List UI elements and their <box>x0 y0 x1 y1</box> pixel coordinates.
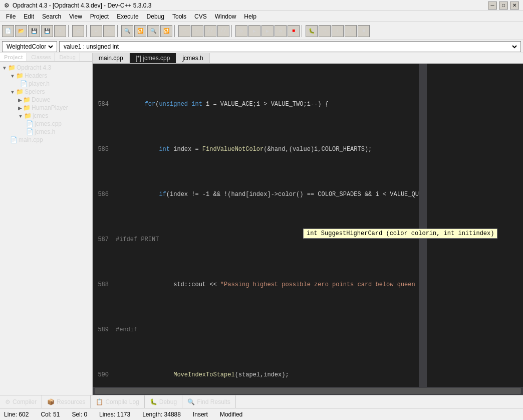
toolbar-sep-3 <box>117 25 119 37</box>
headers-folder-icon: 📁 <box>16 72 24 79</box>
menu-project[interactable]: Project <box>86 12 113 21</box>
tree-jcmes-label: jcmes <box>33 112 48 119</box>
file-icon: 📄 <box>20 80 28 87</box>
tree-node-jcmescpp[interactable]: 📄 jcmes.cpp <box>2 120 90 128</box>
debug-stop-button[interactable]: ■ <box>358 25 370 37</box>
line-code-584: for(unsigned int i = VALUE_ACE;i > VALUE… <box>114 100 419 109</box>
compile-button[interactable]: ⚙ <box>235 25 247 37</box>
find2-button[interactable]: 🔍 <box>147 25 159 37</box>
debug-out-button[interactable]: ↑ <box>345 25 357 37</box>
sidebar-tab-classes[interactable]: Classes <box>27 53 55 61</box>
toolbar-sep-4 <box>174 25 176 37</box>
comment-button[interactable]: // <box>204 25 216 37</box>
bottom-tab-findresults[interactable]: 🔍 Find Results <box>182 395 236 408</box>
titlebar-controls: ─ □ ✕ <box>488 2 519 10</box>
replace2-button[interactable]: 🔁 <box>160 25 172 37</box>
line-num-590: 590 <box>93 370 112 379</box>
maximize-button[interactable]: □ <box>499 2 508 10</box>
line-num-584: 584 <box>93 100 112 109</box>
line-num-589: 589 <box>93 325 112 334</box>
bottom-tab-debug-label: Debug <box>159 398 177 405</box>
line-num-585: 585 <box>93 145 112 154</box>
tree-node-douwe[interactable]: ▶ 📁 Douwe <box>2 96 90 104</box>
method-select[interactable]: value1 : unsigned int <box>62 43 518 51</box>
method-dropdown[interactable]: value1 : unsigned int <box>59 41 521 52</box>
redo-button[interactable]: ↪ <box>103 25 115 37</box>
menu-file[interactable]: File <box>2 12 20 21</box>
close-button[interactable]: ✕ <box>510 2 519 10</box>
tree-node-jcmes[interactable]: ▼ 📁 jcmes <box>2 112 90 120</box>
debug-run-button[interactable]: 🐛 <box>306 25 318 37</box>
debug-icon: 🐛 <box>150 398 157 405</box>
tree-node-maincpp[interactable]: 📄 main.cpp <box>2 136 90 144</box>
tree-node-headers[interactable]: ▼ 📁 Headers <box>2 72 90 80</box>
line-code-585: int index = FindValueNotColor(&hand,(val… <box>114 145 419 154</box>
expand-spelers-icon: ▼ <box>10 89 15 95</box>
open-button[interactable]: 📂 <box>15 25 27 37</box>
rebuild-button[interactable]: ♻ <box>275 25 287 37</box>
autocomplete-text: int SuggestHigherCard (color colorin, in… <box>307 230 494 237</box>
status-mode: Insert <box>193 411 208 418</box>
line-code-589: #endif <box>114 325 419 334</box>
titlebar: ⚙ Opdracht 4.3 - [Opdracht 4.3.dev] - De… <box>0 0 523 11</box>
close-file-button[interactable]: ✕ <box>54 25 66 37</box>
menu-window[interactable]: Window <box>211 12 240 21</box>
class-select[interactable]: WeightedColor <box>5 43 55 51</box>
undo-button[interactable]: ↩ <box>90 25 102 37</box>
bottom-tab-resources-label: Resources <box>57 398 85 405</box>
bottom-panel: ⚙ Compiler 📦 Resources 📋 Compile Log 🐛 D… <box>0 395 523 408</box>
expand-hp-icon: ▶ <box>18 105 22 111</box>
menu-search[interactable]: Search <box>38 12 65 21</box>
tab-jcmescpp[interactable]: [*] jcmes.cpp <box>130 53 177 63</box>
menu-tools[interactable]: Tools <box>168 12 190 21</box>
class-dropdown[interactable]: WeightedColor <box>2 41 57 52</box>
minimize-button[interactable]: ─ <box>488 2 497 10</box>
toolbar-sep-2 <box>86 25 88 37</box>
tree-node-jcmesh[interactable]: 📄 jcmes.h <box>2 128 90 136</box>
code-line-585: 585 int index = FindValueNotColor(&hand,… <box>93 145 419 154</box>
bottom-tab-compiler[interactable]: ⚙ Compiler <box>0 395 42 408</box>
tab-jcmesh[interactable]: jcmes.h <box>176 53 209 63</box>
replace-button[interactable]: 🔁 <box>134 25 146 37</box>
unindent-button[interactable]: ← <box>191 25 203 37</box>
bottom-tab-debug[interactable]: 🐛 Debug <box>145 395 182 408</box>
project-tree: ▼ 📁 Opdracht 4.3 ▼ 📁 Headers 📄 player.h … <box>0 62 92 146</box>
new-button[interactable]: 📄 <box>2 25 14 37</box>
sidebar-tab-project[interactable]: Project <box>0 53 27 61</box>
sidebar-tab-debug[interactable]: Debug <box>55 53 80 61</box>
indent-button[interactable]: → <box>178 25 190 37</box>
run-button[interactable]: ▶ <box>248 25 260 37</box>
bottom-tab-compilelog[interactable]: 📋 Compile Log <box>91 395 144 408</box>
save-button[interactable]: 💾 <box>28 25 40 37</box>
uncomment-button[interactable]: // <box>217 25 229 37</box>
compile-run-button[interactable]: ▶ <box>262 25 274 37</box>
menu-edit[interactable]: Edit <box>20 12 38 21</box>
tree-headers-label: Headers <box>25 72 47 79</box>
debug-step-button[interactable]: → <box>319 25 331 37</box>
file-maincpp-icon: 📄 <box>10 136 18 143</box>
tree-root[interactable]: ▼ 📁 Opdracht 4.3 <box>2 64 90 72</box>
tree-node-playerh[interactable]: 📄 player.h <box>2 80 90 88</box>
line-code-590: MoveIndexToStapel(stapel,index); <box>114 370 419 379</box>
bottom-tab-compiler-label: Compiler <box>13 398 37 405</box>
menu-debug[interactable]: Debug <box>143 12 168 21</box>
menu-view[interactable]: View <box>65 12 86 21</box>
menu-help[interactable]: Help <box>240 12 260 21</box>
bottom-tab-resources[interactable]: 📦 Resources <box>42 395 91 408</box>
debug-into-button[interactable]: ↓ <box>332 25 344 37</box>
find-button[interactable]: 🔍 <box>121 25 133 37</box>
stop-button[interactable]: ■ <box>288 25 300 37</box>
toolbar-sep-6 <box>302 25 304 37</box>
save-all-button[interactable]: 💾 <box>41 25 53 37</box>
spelers-folder-icon: 📁 <box>16 88 24 95</box>
vertical-scrollbar[interactable] <box>419 64 427 387</box>
print-button[interactable]: 🖨 <box>72 25 84 37</box>
tree-node-humanplayer[interactable]: ▶ 📁 HumanPlayer <box>2 104 90 112</box>
code-container[interactable]: 584 for(unsigned int i = VALUE_ACE;i > V… <box>93 64 523 387</box>
tab-maincpp[interactable]: main.cpp <box>93 53 130 63</box>
tree-node-spelers[interactable]: ▼ 📁 Spelers <box>2 88 90 96</box>
horizontal-scrollbar[interactable] <box>93 387 523 395</box>
main-area: Project Classes Debug ▼ 📁 Opdracht 4.3 ▼… <box>0 53 523 395</box>
menu-execute[interactable]: Execute <box>113 12 142 21</box>
menu-cvs[interactable]: CVS <box>190 12 211 21</box>
